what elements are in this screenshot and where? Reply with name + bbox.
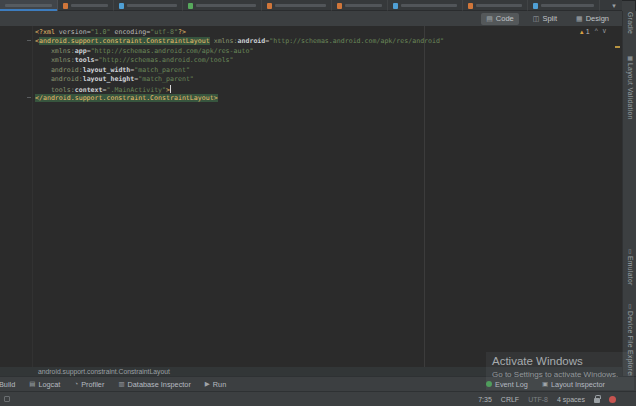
tool-button-profiler[interactable]: ◔ Profiler [67,377,111,392]
tab-title-text [5,4,52,7]
split-view-icon: ◫ [533,15,540,22]
build-label: Build [0,380,15,389]
breadcrumb[interactable]: android.support.constraint.ConstraintLay… [0,367,622,376]
editor-tab[interactable] [114,0,183,11]
editor-tab[interactable] [528,0,600,11]
editor-mode-toolbar: ▤ Code ◫ Split ▦ Design [0,11,622,26]
tab-title-text [401,4,457,7]
code-view-button[interactable]: ▤ Code [481,13,519,25]
profiler-label: Profiler [81,380,104,389]
code-line: android:layout_width="match_parent" [35,66,444,75]
indent-widget[interactable]: 4 spaces [557,396,585,403]
layout-inspector-icon: ▣ [542,381,548,388]
encoding-widget[interactable]: UTF-8 [528,396,548,403]
file-type-icon [393,3,398,9]
design-view-button[interactable]: ▦ Design [571,13,614,25]
file-type-icon [63,3,68,9]
tool-button-run[interactable]: ▶ Run [198,377,233,392]
next-issue-button[interactable]: v [603,28,606,35]
tab-title-text [71,4,108,7]
design-view-icon: ▦ [576,15,583,22]
tool-button-logcat[interactable]: ▤ Logcat [22,377,67,392]
warning-icon: ▲ [579,29,585,35]
layout-inspector-button[interactable]: ▣ Layout Inspector [535,377,612,392]
caret-position-widget[interactable]: 7:35 [478,396,492,403]
tab-overflow-icon[interactable]: ▾ [608,0,620,11]
gradle-label: Gradle [627,12,634,34]
device-file-explorer-label: Device File Explorer [627,311,634,378]
tool-button-emulator[interactable]: ▯ Emulator [623,248,636,286]
device-file-explorer-icon: ▯ [628,303,631,309]
event-log-button[interactable]: Event Log [479,377,535,392]
editor-tab[interactable] [388,0,463,11]
line-separator-widget[interactable]: CRLF [501,396,519,403]
tool-button-database-inspector[interactable]: ▥ Database Inspector [111,377,197,392]
file-type-icon [337,3,342,9]
editor-tab[interactable] [262,0,332,11]
logcat-label: Logcat [38,380,60,389]
file-type-icon [468,3,473,9]
inspection-widget: ▲1 ^ v [579,28,606,35]
tab-title-text [541,4,594,7]
code-line: android:layout_height="match_parent" [35,75,444,84]
status-bar-left [0,396,10,402]
code-line: <?xml version="1.0" encoding="utf-8"?> [35,28,444,37]
layout-validation-icon: ▦ [627,55,633,61]
editor-tab[interactable] [0,0,58,11]
bottom-tool-stripe: Build ▤ Logcat ◔ Profiler ▥ Database Ins… [0,376,636,391]
status-bar: 7:35 CRLF UTF-8 4 spaces [0,391,636,406]
toolbar-toggle-icon[interactable] [4,396,10,402]
profiler-icon: ◔ [74,381,78,388]
lock-icon[interactable] [594,398,600,403]
editor-gutter [0,26,33,367]
emulator-icon: ▯ [628,248,631,254]
error-stripe-warning-mark[interactable] [615,46,620,48]
tool-button-build[interactable]: Build [0,377,22,392]
layout-validation-label: Layout Validation [627,63,634,120]
tab-title-text [127,4,177,7]
tab-title-text [275,4,326,7]
code-line: <android.support.constraint.ConstraintLa… [35,37,444,46]
code-editor[interactable]: <?xml version="1.0" encoding="utf-8"?><a… [0,26,622,367]
code-view-icon: ▤ [486,15,493,22]
event-log-icon [486,381,492,387]
database-inspector-label: Database Inspector [128,380,191,389]
bottom-stripe-right: Event Log ▣ Layout Inspector [479,377,636,392]
emulator-label: Emulator [627,256,634,286]
tab-title-text [345,4,382,7]
tool-button-layout-validation[interactable]: ▦ Layout Validation [623,55,636,120]
layout-inspector-label: Layout Inspector [551,380,605,389]
error-indicator-icon[interactable] [609,396,616,403]
design-view-label: Design [586,14,609,23]
run-label: Run [213,380,226,389]
fold-marker[interactable] [27,40,31,41]
editor-tab[interactable] [463,0,528,11]
editor-tab-strip[interactable]: ▾ [0,0,622,11]
fold-marker[interactable] [27,97,31,98]
file-type-icon [119,3,124,9]
split-view-label: Split [542,14,557,23]
text-caret [170,85,171,93]
code-line: tools:context=".MainActivity"> [35,85,444,94]
tab-title-text [476,4,522,7]
code-line: xmlns:app="http://schemas.android.com/ap… [35,47,444,56]
previous-issue-button[interactable]: ^ [595,28,598,35]
status-bar-right: 7:35 CRLF UTF-8 4 spaces [478,395,636,403]
editor-tab[interactable] [183,0,262,11]
tool-button-device-file-explorer[interactable]: ▯ Device File Explorer [623,303,636,378]
warning-count: 1 [586,28,590,35]
event-log-label: Event Log [495,380,528,389]
bottom-stripe-left: Build ▤ Logcat ◔ Profiler ▥ Database Ins… [0,377,233,392]
code-line: xmlns:tools="http://schemas.android.com/… [35,56,444,65]
split-view-button[interactable]: ◫ Split [528,13,562,25]
tool-button-gradle[interactable]: Gradle [623,12,636,34]
code-view-label: Code [496,14,514,23]
android-studio-window: ▾ ▤ Code ◫ Split ▦ Design <?xml version=… [0,0,636,406]
tab-title-text [196,4,256,7]
editor-tab[interactable] [58,0,114,11]
editor-tab[interactable] [332,0,388,11]
warning-badge[interactable]: ▲1 [579,28,590,35]
file-type-icon [267,3,272,9]
right-tool-stripe: Gradle ▦ Layout Validation ▯ Emulator ▯ … [622,11,636,376]
file-type-icon [188,3,193,9]
